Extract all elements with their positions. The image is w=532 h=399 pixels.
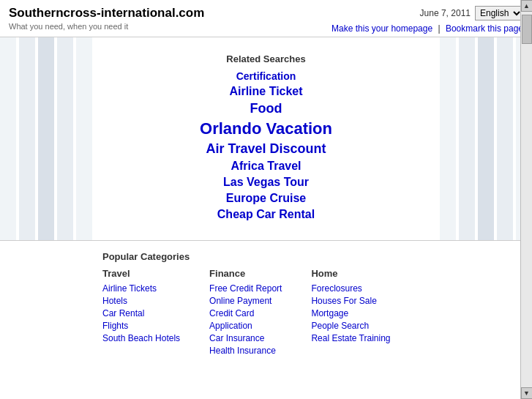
category-link-1-1[interactable]: Online Payment (209, 296, 282, 306)
search-link-0[interactable]: Certification (117, 70, 415, 82)
scroll-thumb[interactable] (522, 15, 532, 44)
search-link-8[interactable]: Cheap Car Rental (117, 208, 415, 221)
categories-grid: TravelAirline TicketsHotelsCar RentalFli… (102, 268, 517, 358)
category-link-0-2[interactable]: Car Rental (102, 308, 180, 318)
category-link-1-5[interactable]: Health Insurance (209, 346, 282, 356)
category-link-2-2[interactable]: Mortgage (311, 308, 390, 318)
search-link-7[interactable]: Europe Cruise (117, 192, 415, 205)
category-link-0-1[interactable]: Hotels (102, 296, 180, 306)
category-link-0-4[interactable]: South Beach Hotels (102, 333, 180, 343)
search-link-2[interactable]: Food (117, 101, 415, 116)
category-col-0: TravelAirline TicketsHotelsCar RentalFli… (102, 268, 180, 358)
main-content: Related Searches CertificationAirline Ti… (0, 37, 532, 368)
category-col-2: HomeForeclosuresHouses For SaleMortgageP… (311, 268, 390, 358)
search-link-4[interactable]: Air Travel Discount (117, 141, 415, 157)
popular-section: Popular Categories TravelAirline Tickets… (0, 240, 532, 368)
search-link-3[interactable]: Orlando Vacation (117, 119, 415, 138)
site-tagline: What you need, when you need it (9, 22, 204, 31)
category-link-2-1[interactable]: Houses For Sale (311, 296, 390, 306)
homepage-link[interactable]: Make this your homepage (331, 23, 432, 34)
category-link-2-0[interactable]: Foreclosures (311, 283, 390, 294)
columns-area: Related Searches CertificationAirline Ti… (0, 37, 532, 240)
language-select[interactable]: English (475, 6, 523, 20)
header-separator: | (438, 23, 442, 34)
site-title: Southerncross-international.com (9, 6, 204, 20)
scroll-up-button[interactable]: ▲ (521, 0, 533, 12)
search-box: Related Searches CertificationAirline Ti… (0, 46, 532, 231)
date-text: June 7, 2011 (420, 8, 471, 18)
category-col-1: FinanceFree Credit ReportOnline PaymentC… (209, 268, 282, 358)
header-links: Make this your homepage | Bookmark this … (331, 23, 523, 34)
category-link-0-3[interactable]: Flights (102, 321, 180, 331)
category-link-0-0[interactable]: Airline Tickets (102, 283, 180, 294)
category-title-0: Travel (102, 268, 180, 279)
category-title-2: Home (311, 268, 390, 279)
search-links-list: CertificationAirline TicketFoodOrlando V… (117, 70, 415, 221)
category-link-1-2[interactable]: Credit Card (209, 308, 282, 318)
search-link-6[interactable]: Las Vegas Tour (117, 176, 415, 189)
category-link-1-3[interactable]: Application (209, 321, 282, 331)
search-link-1[interactable]: Airline Ticket (117, 85, 415, 98)
popular-label: Popular Categories (102, 251, 517, 262)
category-link-1-4[interactable]: Car Insurance (209, 333, 282, 343)
category-link-2-3[interactable]: People Search (311, 321, 390, 331)
site-title-block: Southerncross-international.com What you… (9, 6, 204, 31)
search-link-5[interactable]: Africa Travel (117, 160, 415, 173)
scroll-down-button[interactable]: ▼ (521, 387, 533, 399)
category-link-2-4[interactable]: Real Estate Training (311, 333, 390, 343)
category-link-1-0[interactable]: Free Credit Report (209, 283, 282, 294)
page-header: Southerncross-international.com What you… (0, 0, 532, 37)
header-right: June 7, 2011 English Make this your home… (331, 6, 523, 34)
bookmark-link[interactable]: Bookmark this page (446, 23, 523, 34)
header-date-lang: June 7, 2011 English (331, 6, 523, 20)
category-title-1: Finance (209, 268, 282, 279)
related-searches-label: Related Searches (117, 53, 415, 64)
